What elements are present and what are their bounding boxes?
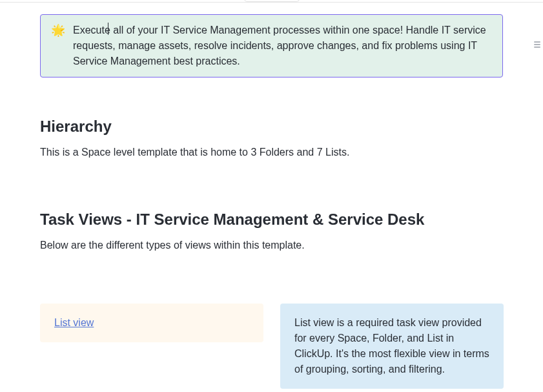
hierarchy-description[interactable]: This is a Space level template that is h… <box>40 145 503 160</box>
heading-hierarchy[interactable]: Hierarchy <box>40 115 503 138</box>
tab-bottom-edge <box>244 0 300 2</box>
text-cursor <box>108 23 108 35</box>
callout-text[interactable]: Execute all of your IT Service Managemen… <box>73 23 492 69</box>
callout-block[interactable]: 🌟 Execute all of your IT Service Managem… <box>40 14 503 77</box>
task-views-description[interactable]: Below are the different types of views w… <box>40 238 503 253</box>
document-body: 🌟 Execute all of your IT Service Managem… <box>0 14 543 392</box>
list-view-description-cell[interactable]: List view is a required task view provid… <box>280 304 504 389</box>
list-view-label-cell[interactable]: List view <box>40 304 263 342</box>
views-table-row-1: List view List view is a required task v… <box>40 304 503 389</box>
sparkle-icon: 🌟 <box>51 23 65 39</box>
list-view-link[interactable]: List view <box>54 317 94 328</box>
heading-task-views[interactable]: Task Views - IT Service Management & Ser… <box>40 208 503 231</box>
top-divider <box>0 2 543 3</box>
